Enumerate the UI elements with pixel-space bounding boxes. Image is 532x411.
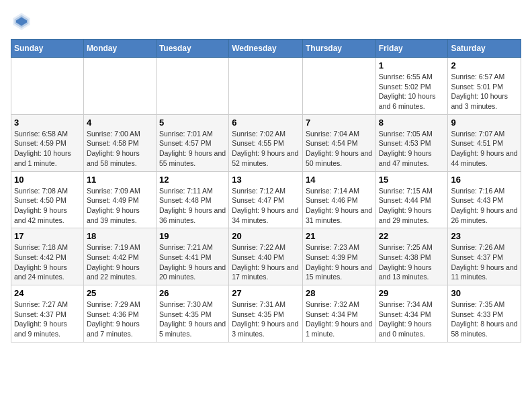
day-info: Sunrise: 7:05 AM Sunset: 4:53 PM Dayligh… — [379, 129, 445, 169]
calendar-cell: 17Sunrise: 7:18 AM Sunset: 4:42 PM Dayli… — [11, 228, 84, 285]
day-info: Sunrise: 7:27 AM Sunset: 4:37 PM Dayligh… — [14, 300, 81, 339]
day-number: 24 — [14, 288, 81, 298]
calendar-cell — [156, 58, 228, 115]
day-number: 21 — [306, 231, 373, 241]
weekday-header: Sunday — [11, 40, 84, 58]
calendar-week-row: 24Sunrise: 7:27 AM Sunset: 4:37 PM Dayli… — [11, 285, 521, 342]
day-info: Sunrise: 7:26 AM Sunset: 4:37 PM Dayligh… — [451, 242, 518, 282]
day-info: Sunrise: 7:22 AM Sunset: 4:40 PM Dayligh… — [232, 242, 300, 282]
calendar-cell: 26Sunrise: 7:30 AM Sunset: 4:35 PM Dayli… — [156, 285, 228, 342]
calendar-cell: 23Sunrise: 7:26 AM Sunset: 4:37 PM Dayli… — [448, 228, 521, 285]
day-info: Sunrise: 7:15 AM Sunset: 4:44 PM Dayligh… — [379, 186, 445, 226]
weekday-header: Monday — [83, 40, 156, 58]
day-info: Sunrise: 7:19 AM Sunset: 4:42 PM Dayligh… — [87, 242, 153, 282]
day-info: Sunrise: 7:14 AM Sunset: 4:46 PM Dayligh… — [306, 186, 373, 226]
day-number: 6 — [232, 118, 300, 128]
calendar-week-row: 10Sunrise: 7:08 AM Sunset: 4:50 PM Dayli… — [11, 171, 521, 228]
day-info: Sunrise: 7:04 AM Sunset: 4:54 PM Dayligh… — [306, 129, 373, 169]
calendar-cell: 25Sunrise: 7:29 AM Sunset: 4:36 PM Dayli… — [83, 285, 156, 342]
day-number: 29 — [379, 288, 445, 298]
day-info: Sunrise: 7:29 AM Sunset: 4:36 PM Dayligh… — [87, 300, 153, 339]
calendar-cell: 4Sunrise: 7:00 AM Sunset: 4:58 PM Daylig… — [83, 114, 156, 171]
day-info: Sunrise: 7:08 AM Sunset: 4:50 PM Dayligh… — [14, 186, 81, 226]
calendar-cell: 12Sunrise: 7:11 AM Sunset: 4:48 PM Dayli… — [156, 171, 228, 228]
weekday-header: Saturday — [448, 40, 521, 58]
day-info: Sunrise: 7:16 AM Sunset: 4:43 PM Dayligh… — [451, 186, 518, 226]
page-header — [11, 11, 521, 32]
day-number: 17 — [14, 231, 81, 241]
day-info: Sunrise: 6:58 AM Sunset: 4:59 PM Dayligh… — [14, 129, 81, 169]
day-number: 20 — [232, 231, 300, 241]
calendar-cell — [83, 58, 156, 115]
calendar-cell: 2Sunrise: 6:57 AM Sunset: 5:01 PM Daylig… — [448, 58, 521, 115]
calendar-cell — [229, 58, 303, 115]
calendar-cell: 11Sunrise: 7:09 AM Sunset: 4:49 PM Dayli… — [83, 171, 156, 228]
day-info: Sunrise: 6:57 AM Sunset: 5:01 PM Dayligh… — [451, 72, 518, 111]
day-info: Sunrise: 7:02 AM Sunset: 4:55 PM Dayligh… — [232, 129, 300, 169]
day-number: 30 — [451, 288, 518, 298]
day-number: 19 — [159, 231, 226, 241]
day-number: 9 — [451, 118, 518, 128]
day-number: 28 — [306, 288, 373, 298]
calendar-cell: 21Sunrise: 7:23 AM Sunset: 4:39 PM Dayli… — [302, 228, 375, 285]
day-info: Sunrise: 7:23 AM Sunset: 4:39 PM Dayligh… — [306, 242, 373, 282]
day-number: 5 — [159, 118, 226, 128]
calendar-cell: 14Sunrise: 7:14 AM Sunset: 4:46 PM Dayli… — [302, 171, 375, 228]
day-info: Sunrise: 7:12 AM Sunset: 4:47 PM Dayligh… — [232, 186, 300, 226]
calendar-cell: 16Sunrise: 7:16 AM Sunset: 4:43 PM Dayli… — [448, 171, 521, 228]
calendar-cell: 13Sunrise: 7:12 AM Sunset: 4:47 PM Dayli… — [229, 171, 303, 228]
day-info: Sunrise: 7:32 AM Sunset: 4:34 PM Dayligh… — [306, 300, 373, 339]
day-info: Sunrise: 7:09 AM Sunset: 4:49 PM Dayligh… — [87, 186, 153, 226]
calendar-table: SundayMondayTuesdayWednesdayThursdayFrid… — [11, 39, 521, 342]
day-number: 18 — [87, 231, 153, 241]
weekday-header: Friday — [375, 40, 448, 58]
weekday-header: Tuesday — [156, 40, 228, 58]
calendar-cell — [302, 58, 375, 115]
calendar-cell: 28Sunrise: 7:32 AM Sunset: 4:34 PM Dayli… — [302, 285, 375, 342]
day-number: 8 — [379, 118, 445, 128]
calendar-week-row: 1Sunrise: 6:55 AM Sunset: 5:02 PM Daylig… — [11, 58, 521, 115]
calendar-week-row: 3Sunrise: 6:58 AM Sunset: 4:59 PM Daylig… — [11, 114, 521, 171]
calendar-cell: 8Sunrise: 7:05 AM Sunset: 4:53 PM Daylig… — [375, 114, 448, 171]
day-number: 3 — [14, 118, 81, 128]
calendar-cell: 19Sunrise: 7:21 AM Sunset: 4:41 PM Dayli… — [156, 228, 228, 285]
weekday-header: Wednesday — [229, 40, 303, 58]
calendar-cell: 6Sunrise: 7:02 AM Sunset: 4:55 PM Daylig… — [229, 114, 303, 171]
day-info: Sunrise: 7:31 AM Sunset: 4:35 PM Dayligh… — [232, 300, 300, 339]
calendar-cell: 29Sunrise: 7:34 AM Sunset: 4:34 PM Dayli… — [375, 285, 448, 342]
day-info: Sunrise: 7:01 AM Sunset: 4:57 PM Dayligh… — [159, 129, 226, 169]
calendar-cell: 9Sunrise: 7:07 AM Sunset: 4:51 PM Daylig… — [448, 114, 521, 171]
day-info: Sunrise: 7:35 AM Sunset: 4:33 PM Dayligh… — [451, 300, 518, 339]
calendar-cell: 20Sunrise: 7:22 AM Sunset: 4:40 PM Dayli… — [229, 228, 303, 285]
day-info: Sunrise: 7:18 AM Sunset: 4:42 PM Dayligh… — [14, 242, 81, 282]
day-info: Sunrise: 7:25 AM Sunset: 4:38 PM Dayligh… — [379, 242, 445, 282]
calendar-cell — [11, 58, 84, 115]
day-info: Sunrise: 7:34 AM Sunset: 4:34 PM Dayligh… — [379, 300, 445, 339]
day-number: 22 — [379, 231, 445, 241]
day-number: 27 — [232, 288, 300, 298]
logo — [11, 11, 35, 32]
calendar-cell: 18Sunrise: 7:19 AM Sunset: 4:42 PM Dayli… — [83, 228, 156, 285]
calendar-cell: 5Sunrise: 7:01 AM Sunset: 4:57 PM Daylig… — [156, 114, 228, 171]
day-number: 13 — [232, 175, 300, 185]
calendar-cell: 3Sunrise: 6:58 AM Sunset: 4:59 PM Daylig… — [11, 114, 84, 171]
calendar-cell: 15Sunrise: 7:15 AM Sunset: 4:44 PM Dayli… — [375, 171, 448, 228]
day-number: 2 — [451, 60, 518, 71]
calendar-cell: 27Sunrise: 7:31 AM Sunset: 4:35 PM Dayli… — [229, 285, 303, 342]
day-number: 7 — [306, 118, 373, 128]
day-number: 16 — [451, 175, 518, 185]
day-number: 11 — [87, 175, 153, 185]
day-number: 23 — [451, 231, 518, 241]
weekday-header-row: SundayMondayTuesdayWednesdayThursdayFrid… — [11, 40, 521, 58]
calendar-week-row: 17Sunrise: 7:18 AM Sunset: 4:42 PM Dayli… — [11, 228, 521, 285]
day-number: 4 — [87, 118, 153, 128]
day-info: Sunrise: 7:30 AM Sunset: 4:35 PM Dayligh… — [159, 300, 226, 339]
day-info: Sunrise: 7:21 AM Sunset: 4:41 PM Dayligh… — [159, 242, 226, 282]
calendar-cell: 7Sunrise: 7:04 AM Sunset: 4:54 PM Daylig… — [302, 114, 375, 171]
day-info: Sunrise: 7:00 AM Sunset: 4:58 PM Dayligh… — [87, 129, 153, 169]
day-number: 1 — [379, 60, 445, 71]
calendar-cell: 22Sunrise: 7:25 AM Sunset: 4:38 PM Dayli… — [375, 228, 448, 285]
day-info: Sunrise: 6:55 AM Sunset: 5:02 PM Dayligh… — [379, 72, 445, 111]
day-info: Sunrise: 7:07 AM Sunset: 4:51 PM Dayligh… — [451, 129, 518, 169]
logo-icon — [11, 11, 32, 32]
